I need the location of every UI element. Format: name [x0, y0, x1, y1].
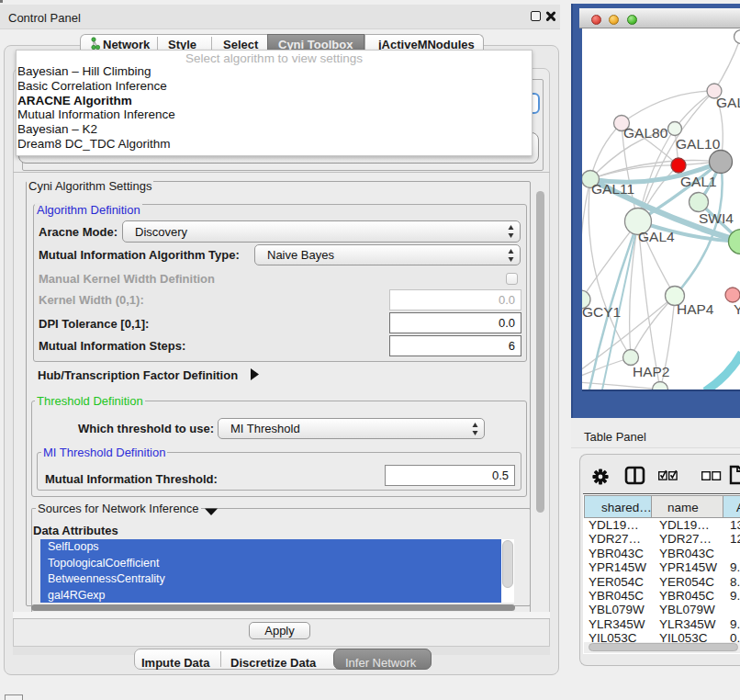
- svg-text:SWI4: SWI4: [699, 210, 734, 226]
- svg-text:GAL11: GAL11: [591, 181, 634, 197]
- svg-text:GAL7: GAL7: [716, 95, 740, 110]
- svg-text:YJ: YJ: [734, 301, 740, 317]
- svg-text:HAP4: HAP4: [677, 301, 714, 317]
- svg-text:GAL10: GAL10: [676, 136, 721, 152]
- svg-text:GAL4: GAL4: [638, 229, 675, 244]
- svg-text:HAP2: HAP2: [633, 364, 670, 379]
- svg-text:GAL80: GAL80: [623, 125, 668, 141]
- svg-text:GCY1: GCY1: [582, 304, 621, 320]
- svg-text:GAL1: GAL1: [680, 174, 717, 189]
